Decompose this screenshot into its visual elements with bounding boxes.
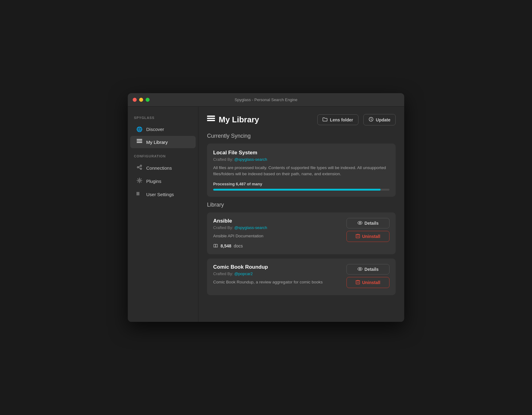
svg-rect-9 — [137, 192, 137, 195]
ansible-info: Ansible Crafted By: @spyglass-search Ans… — [213, 218, 342, 249]
svg-point-3 — [137, 167, 139, 168]
eye-icon-2 — [358, 267, 362, 272]
comic-book-author-link[interactable]: @popcar2 — [234, 271, 253, 276]
app-body: SPYGLASS 🌐 Discover My Library CONFIGURA… — [128, 107, 404, 322]
progress-bar — [213, 189, 389, 191]
eye-icon — [358, 221, 362, 226]
main-content: My Library Lens folder — [198, 107, 404, 322]
comic-book-crafted-by: Crafted By: @popcar2 — [213, 271, 342, 276]
ansible-details-button[interactable]: Details — [346, 218, 389, 228]
lens-folder-label: Lens folder — [330, 117, 353, 122]
sidebar: SPYGLASS 🌐 Discover My Library CONFIGURA… — [128, 107, 198, 322]
ansible-crafted-by: Crafted By: @spyglass-search — [213, 225, 342, 230]
sidebar-config-label: CONFIGURATION — [128, 154, 198, 161]
svg-rect-13 — [207, 118, 215, 119]
user-settings-icon — [136, 191, 143, 197]
ansible-details-label: Details — [365, 221, 379, 226]
maximize-button[interactable] — [146, 98, 150, 102]
close-button[interactable] — [133, 98, 137, 102]
window-title: Spyglass - Personal Search Engine — [235, 97, 298, 102]
local-file-system-title: Local File System — [213, 150, 389, 156]
ansible-doc-label: docs — [234, 243, 243, 248]
ansible-title: Ansible — [213, 218, 342, 224]
update-button[interactable]: Update — [363, 114, 396, 125]
app-window: Spyglass - Personal Search Engine SPYGLA… — [128, 93, 404, 322]
ansible-card: Ansible Crafted By: @spyglass-search Ans… — [207, 212, 396, 254]
library-section: Library Ansible Crafted By: @spyglass-se… — [207, 202, 396, 295]
sidebar-item-discover-label: Discover — [146, 127, 164, 132]
ansible-doc-count: 8,548 docs — [213, 243, 342, 249]
sidebar-item-user-settings[interactable]: User Settings — [130, 188, 196, 200]
svg-point-23 — [359, 268, 361, 270]
comic-book-title: Comic Book Roundup — [213, 264, 342, 270]
sidebar-item-user-settings-label: User Settings — [146, 192, 174, 197]
local-file-system-card: Local File System Crafted By: @spyglass-… — [207, 144, 396, 197]
sidebar-item-discover[interactable]: 🌐 Discover — [130, 123, 196, 135]
comic-book-info: Comic Book Roundup Crafted By: @popcar2 … — [213, 264, 342, 290]
update-icon — [369, 117, 374, 123]
progress-label: Processing 6,487 of many — [213, 182, 389, 186]
sidebar-item-my-library[interactable]: My Library — [130, 136, 196, 148]
sidebar-item-connections[interactable]: Connections — [130, 162, 196, 174]
comic-book-description: Comic Book Roundup, a review aggregator … — [213, 279, 342, 285]
trash-icon-2 — [356, 280, 360, 285]
globe-icon: 🌐 — [136, 126, 143, 132]
svg-point-8 — [139, 180, 140, 181]
page-title: My Library — [207, 115, 312, 124]
ansible-actions: Details — [346, 218, 389, 242]
local-fs-author-link[interactable]: @spyglass-search — [234, 157, 267, 162]
svg-rect-11 — [139, 192, 139, 195]
comic-book-actions: Details — [346, 264, 389, 288]
traffic-lights — [133, 98, 150, 102]
ansible-doc-count-num: 8,548 — [221, 243, 231, 248]
svg-point-17 — [359, 222, 361, 223]
local-fs-crafted-by: Crafted By: @spyglass-search — [213, 157, 389, 162]
lens-folder-button[interactable]: Lens folder — [317, 114, 358, 125]
minimize-button[interactable] — [139, 98, 143, 102]
svg-rect-1 — [137, 140, 142, 141]
svg-rect-18 — [356, 235, 360, 238]
sidebar-item-plugins[interactable]: Plugins — [130, 175, 196, 188]
ansible-description: Ansible API Documentation — [213, 233, 342, 239]
svg-point-4 — [140, 165, 142, 167]
svg-rect-2 — [137, 142, 142, 143]
ansible-author-link[interactable]: @spyglass-search — [234, 225, 267, 230]
svg-rect-12 — [207, 116, 215, 117]
svg-rect-24 — [356, 281, 360, 284]
titlebar: Spyglass - Personal Search Engine — [128, 93, 404, 107]
ansible-uninstall-label: Uninstall — [362, 234, 380, 239]
svg-rect-10 — [138, 192, 138, 195]
plugins-icon — [136, 178, 143, 184]
progress-bar-fill — [213, 189, 381, 191]
trash-icon — [356, 234, 360, 239]
local-fs-description: All files are processed locally. Content… — [213, 165, 389, 177]
svg-point-5 — [140, 168, 142, 169]
connections-icon — [136, 165, 143, 171]
currently-syncing-title: Currently Syncing — [207, 133, 396, 139]
ansible-uninstall-button[interactable]: Uninstall — [346, 231, 389, 242]
svg-line-6 — [139, 166, 140, 167]
svg-rect-0 — [137, 139, 142, 140]
comic-book-card: Comic Book Roundup Crafted By: @popcar2 … — [207, 259, 396, 295]
sidebar-item-connections-label: Connections — [146, 165, 172, 171]
book-icon — [213, 243, 218, 249]
currently-syncing-section: Currently Syncing Local File System Craf… — [207, 133, 396, 197]
folder-icon — [323, 117, 327, 122]
comic-book-details-label: Details — [365, 267, 379, 272]
main-header: My Library Lens folder — [207, 114, 396, 125]
sidebar-item-plugins-label: Plugins — [146, 179, 161, 184]
svg-line-7 — [139, 168, 140, 168]
page-title-icon — [207, 116, 215, 124]
comic-book-details-button[interactable]: Details — [346, 264, 389, 275]
sidebar-app-label: SPYGLASS — [128, 116, 198, 123]
comic-book-uninstall-label: Uninstall — [362, 280, 380, 285]
update-label: Update — [376, 117, 390, 122]
library-icon — [136, 139, 143, 145]
library-title: Library — [207, 202, 396, 208]
comic-book-uninstall-button[interactable]: Uninstall — [346, 277, 389, 288]
svg-rect-14 — [207, 120, 215, 121]
sidebar-item-my-library-label: My Library — [146, 140, 168, 145]
